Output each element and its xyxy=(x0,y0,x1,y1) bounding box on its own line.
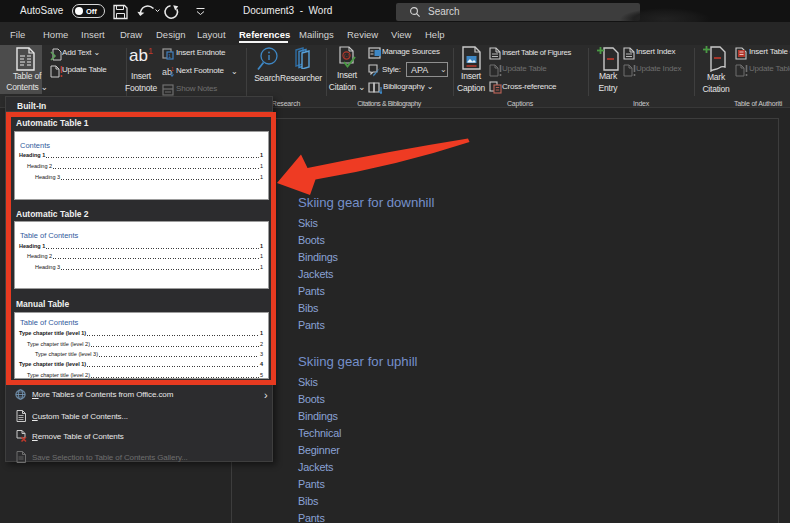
svg-text:(-): (-) xyxy=(344,53,350,59)
svg-text:1: 1 xyxy=(171,66,174,72)
svg-text:1: 1 xyxy=(168,53,171,59)
